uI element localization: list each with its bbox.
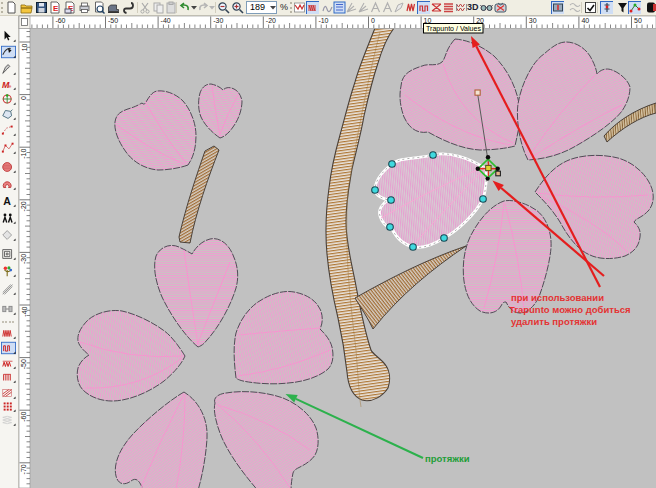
svg-text:-50: -50: [21, 359, 28, 369]
svg-text:при использовании: при использовании: [511, 292, 604, 303]
svg-text:-40: -40: [21, 306, 28, 316]
svg-text:-20: -20: [21, 201, 28, 211]
svg-text:-10: -10: [21, 149, 28, 159]
svg-text:-60: -60: [21, 412, 28, 422]
svg-text:-40: -40: [161, 17, 171, 24]
svg-text:-50: -50: [108, 17, 118, 24]
svg-text:-20: -20: [266, 17, 276, 24]
svg-text:30: 30: [529, 17, 537, 24]
svg-text:-70: -70: [21, 464, 28, 474]
svg-text:удалить протяжки: удалить протяжки: [511, 316, 597, 327]
svg-text:0: 0: [21, 96, 28, 100]
svg-text:протяжки: протяжки: [425, 453, 470, 464]
svg-text:0: 0: [371, 17, 375, 24]
svg-text:40: 40: [581, 17, 589, 24]
svg-text:-10: -10: [318, 17, 328, 24]
svg-text:Trapunto / Values: Trapunto / Values: [426, 25, 481, 33]
svg-text:10: 10: [21, 43, 28, 51]
svg-text:-60: -60: [55, 17, 65, 24]
svg-text:-30: -30: [213, 17, 223, 24]
svg-text:50: 50: [634, 17, 642, 24]
svg-text:Trapunto можно добиться: Trapunto можно добиться: [509, 304, 631, 315]
svg-text:-30: -30: [21, 254, 28, 264]
